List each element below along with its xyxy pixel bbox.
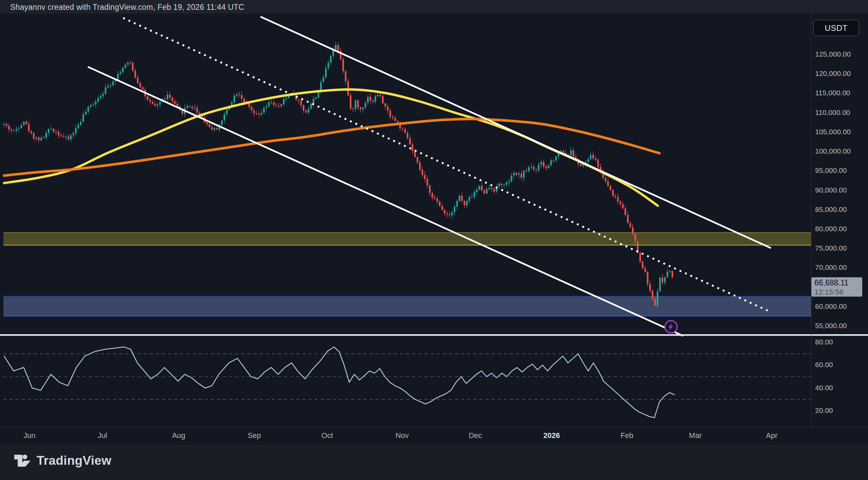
time-tick-Jul: Jul bbox=[98, 431, 107, 440]
rsi-tick-40: 40.00 bbox=[815, 384, 833, 392]
resistance-zone[interactable] bbox=[3, 233, 811, 245]
rsi-tick-80: 80.00 bbox=[815, 338, 833, 346]
chart-canvas[interactable] bbox=[0, 0, 868, 480]
tradingview-logo-text: TradingView bbox=[37, 454, 112, 468]
support-zone-bottom-edge bbox=[3, 316, 811, 317]
price-tick-125000: 125,000.00 bbox=[815, 50, 851, 58]
time-axis[interactable] bbox=[0, 427, 868, 445]
time-tick-Nov: Nov bbox=[395, 431, 409, 440]
price-tick-115000: 115,000.00 bbox=[815, 89, 850, 97]
rsi-tick-60: 60.00 bbox=[815, 361, 833, 369]
chart-attribution-title: Shayannv created with TradingView.com, F… bbox=[10, 3, 244, 12]
pane-separator[interactable] bbox=[0, 334, 868, 336]
candles-down bbox=[6, 43, 673, 307]
quote-currency-badge[interactable]: USDT bbox=[813, 20, 859, 36]
price-tick-105000: 105,000.00 bbox=[815, 128, 851, 136]
tradingview-logo-icon bbox=[14, 453, 31, 468]
time-tick-Jun: Jun bbox=[23, 431, 35, 440]
time-tick-Oct: Oct bbox=[321, 431, 333, 440]
price-tick-85000: 85,000.00 bbox=[815, 205, 847, 214]
time-tick-Sep: Sep bbox=[248, 431, 261, 440]
rsi-line[interactable] bbox=[4, 347, 675, 418]
price-tick-75000: 75,000.00 bbox=[815, 244, 847, 252]
title-bar: Shayannv created with TradingView.com, F… bbox=[0, 0, 868, 14]
time-tick-2026: 2026 bbox=[544, 431, 560, 440]
price-tick-120000: 120,000.00 bbox=[815, 69, 851, 78]
tradingview-logo[interactable]: TradingView bbox=[14, 453, 112, 468]
ma-slow-line[interactable] bbox=[4, 119, 659, 176]
time-tick-Mar: Mar bbox=[689, 431, 702, 440]
price-tick-90000: 90,000.00 bbox=[815, 186, 847, 194]
time-tick-Dec: Dec bbox=[469, 431, 482, 440]
support-zone[interactable] bbox=[3, 296, 811, 316]
time-tick-Feb: Feb bbox=[620, 431, 633, 440]
resistance-zone-bottom-edge bbox=[3, 245, 811, 246]
last-price-value: 66,688.11 bbox=[814, 278, 862, 287]
tradingview-chart-window: Shayannv created with TradingView.com, F… bbox=[0, 0, 868, 480]
price-tick-110000: 110,000.00 bbox=[815, 108, 850, 117]
time-tick-Aug: Aug bbox=[172, 431, 185, 440]
last-price-tag: 66,688.11 12:15:56 bbox=[811, 277, 862, 297]
rsi-tick-20: 20.00 bbox=[815, 406, 833, 415]
price-tick-70000: 70,000.00 bbox=[815, 263, 847, 272]
channel-lower-trendline[interactable] bbox=[88, 67, 683, 336]
time-tick-Apr: Apr bbox=[766, 431, 777, 440]
resistance-zone-top-edge bbox=[3, 232, 811, 233]
price-tick-60000: 60,000.00 bbox=[815, 302, 847, 311]
bottom-bar: TradingView bbox=[0, 445, 868, 480]
candles-up bbox=[3, 41, 671, 309]
price-tick-95000: 95,000.00 bbox=[815, 166, 847, 175]
dotted-midline[interactable] bbox=[123, 18, 769, 311]
support-zone-top-edge bbox=[3, 296, 811, 297]
price-tick-55000: 55,000.00 bbox=[815, 322, 847, 330]
price-tick-100000: 100,000.00 bbox=[815, 147, 851, 155]
ma-fast-line[interactable] bbox=[4, 89, 658, 206]
bar-countdown: 12:15:56 bbox=[814, 288, 862, 297]
price-tick-80000: 80,000.00 bbox=[815, 225, 847, 233]
